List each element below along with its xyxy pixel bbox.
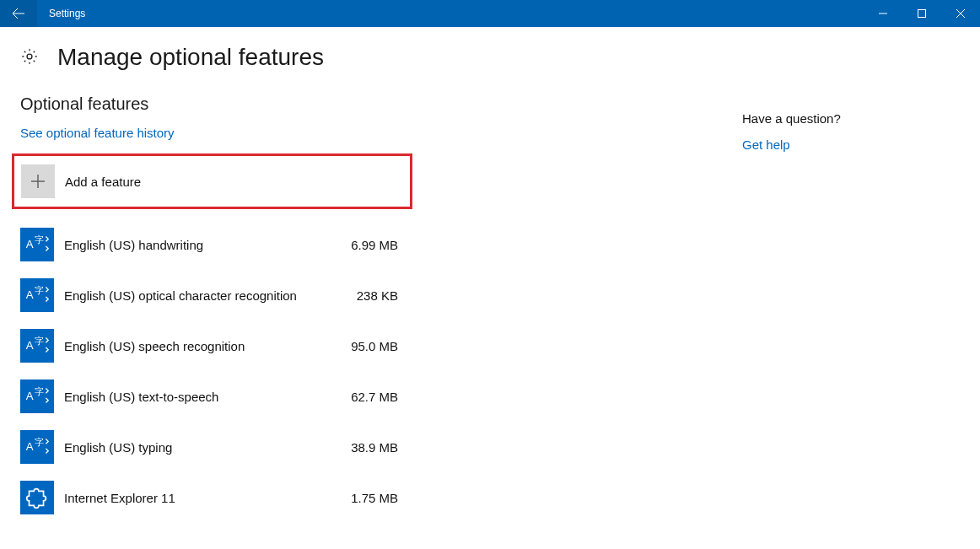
feature-size: 1.75 MB bbox=[336, 491, 403, 505]
language-icon bbox=[20, 329, 54, 363]
title-bar: Settings bbox=[0, 0, 980, 27]
puzzle-icon bbox=[20, 481, 54, 514]
feature-row[interactable]: English (US) speech recognition95.0 MB bbox=[15, 320, 403, 371]
add-feature-label: Add a feature bbox=[65, 175, 141, 189]
feature-name: Internet Explorer 11 bbox=[64, 491, 336, 505]
feature-size: 95.0 MB bbox=[336, 339, 403, 353]
feature-name: English (US) typing bbox=[64, 440, 336, 455]
feature-size: 6.99 MB bbox=[336, 238, 403, 252]
feature-row[interactable]: English (US) optical character recogniti… bbox=[15, 270, 403, 320]
section-heading: Optional features bbox=[20, 94, 742, 114]
feature-row[interactable]: English (US) text-to-speech62.7 MB bbox=[15, 371, 403, 422]
feature-row[interactable]: English (US) typing38.9 MB bbox=[15, 422, 403, 472]
feature-row[interactable]: English (US) handwriting6.99 MB bbox=[15, 219, 403, 270]
language-icon bbox=[20, 379, 54, 413]
add-feature-highlight: Add a feature bbox=[12, 153, 412, 209]
feature-name: English (US) optical character recogniti… bbox=[64, 288, 336, 303]
feature-list: English (US) handwriting6.99 MBEnglish (… bbox=[15, 219, 403, 523]
page-title: Manage optional features bbox=[57, 44, 324, 71]
minimize-button[interactable] bbox=[864, 0, 902, 27]
page-header: Manage optional features bbox=[20, 44, 742, 71]
window-controls bbox=[864, 0, 980, 27]
add-feature-button[interactable]: Add a feature bbox=[21, 164, 401, 198]
close-button[interactable] bbox=[941, 0, 980, 27]
feature-name: English (US) text-to-speech bbox=[64, 390, 336, 404]
feature-name: English (US) speech recognition bbox=[64, 339, 336, 353]
feature-history-link[interactable]: See optional feature history bbox=[20, 126, 175, 140]
back-button[interactable] bbox=[0, 0, 37, 27]
svg-point-4 bbox=[27, 54, 32, 59]
language-icon bbox=[20, 228, 54, 261]
feature-size: 238 KB bbox=[336, 288, 403, 303]
feature-row[interactable]: Internet Explorer 111.75 MB bbox=[15, 472, 403, 523]
feature-name: English (US) handwriting bbox=[64, 238, 336, 252]
language-icon bbox=[20, 430, 54, 464]
help-link[interactable]: Get help bbox=[742, 137, 790, 152]
help-panel: Have a question? Get help bbox=[742, 44, 841, 549]
feature-size: 62.7 MB bbox=[336, 390, 403, 404]
plus-icon bbox=[21, 164, 55, 198]
language-icon bbox=[20, 278, 54, 312]
help-heading: Have a question? bbox=[742, 111, 841, 126]
window-title: Settings bbox=[49, 8, 85, 19]
gear-icon bbox=[20, 47, 40, 67]
maximize-button[interactable] bbox=[902, 0, 941, 27]
svg-rect-1 bbox=[918, 10, 926, 18]
feature-size: 38.9 MB bbox=[336, 440, 403, 455]
